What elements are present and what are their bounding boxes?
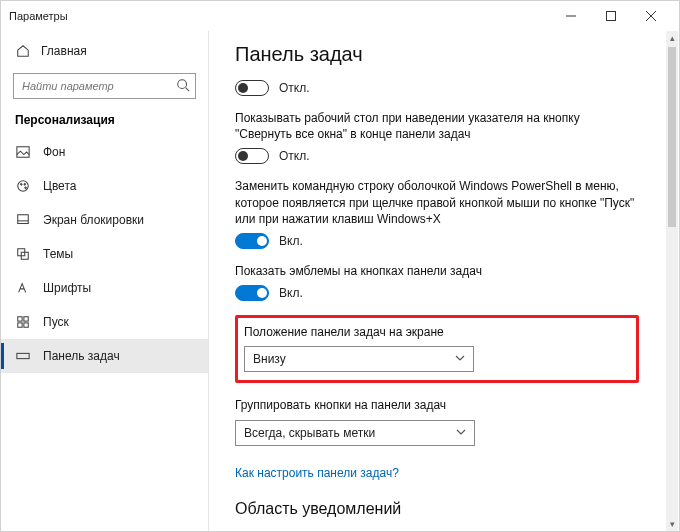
home-label: Главная xyxy=(41,44,87,58)
dropdown-group-buttons[interactable]: Всегда, скрывать метки xyxy=(235,420,475,446)
section-notification-area: Область уведомлений xyxy=(235,500,639,518)
start-icon xyxy=(15,314,31,330)
titlebar: Параметры xyxy=(1,1,679,31)
svg-rect-16 xyxy=(24,317,28,321)
setting-group-buttons: Группировать кнопки на панели задач Всег… xyxy=(235,397,639,445)
toggle-state: Откл. xyxy=(279,149,310,163)
svg-rect-18 xyxy=(24,323,28,327)
toggle-state: Вкл. xyxy=(279,234,303,248)
toggle-badges[interactable] xyxy=(235,285,269,301)
svg-rect-1 xyxy=(607,12,616,21)
toggle-peek-desktop[interactable] xyxy=(235,148,269,164)
home-button[interactable]: Главная xyxy=(1,37,208,65)
help-link-taskbar[interactable]: Как настроить панели задач? xyxy=(235,466,399,480)
sidebar-item-label: Фон xyxy=(43,145,65,159)
sidebar-item-lockscreen[interactable]: Экран блокировки xyxy=(1,203,208,237)
image-icon xyxy=(15,144,31,160)
close-button[interactable] xyxy=(631,1,671,31)
search-icon xyxy=(176,78,190,95)
highlight-taskbar-position: Положение панели задач на экране Внизу xyxy=(235,315,639,383)
themes-icon xyxy=(15,246,31,262)
scrollbar-down-arrow[interactable]: ▾ xyxy=(666,517,678,531)
chevron-down-icon xyxy=(455,352,465,366)
minimize-button[interactable] xyxy=(551,1,591,31)
dropdown-value: Всегда, скрывать метки xyxy=(244,426,375,440)
setting-unknown-prev: Откл. xyxy=(235,80,639,96)
toggle-prev[interactable] xyxy=(235,80,269,96)
home-icon xyxy=(15,43,31,59)
sidebar-item-taskbar[interactable]: Панель задач xyxy=(1,339,208,373)
settings-window: Параметры Главная xyxy=(0,0,680,532)
svg-rect-11 xyxy=(18,215,29,224)
sidebar-item-label: Панель задач xyxy=(43,349,120,363)
sidebar-item-colors[interactable]: Цвета xyxy=(1,169,208,203)
sidebar-item-label: Пуск xyxy=(43,315,69,329)
lockscreen-icon xyxy=(15,212,31,228)
svg-rect-17 xyxy=(18,323,22,327)
main-area: Главная Персонализация Фон Цвета xyxy=(1,31,679,531)
svg-point-10 xyxy=(25,187,27,189)
toggle-powershell[interactable] xyxy=(235,233,269,249)
sidebar-section-header: Персонализация xyxy=(1,113,208,127)
svg-point-7 xyxy=(18,181,29,192)
setting-label: Заменить командную строку оболочкой Wind… xyxy=(235,178,639,227)
setting-label: Показать эмблемы на кнопках панели задач xyxy=(235,263,639,279)
search-input[interactable] xyxy=(13,73,196,99)
sidebar-item-label: Экран блокировки xyxy=(43,213,144,227)
sidebar-item-fonts[interactable]: Шрифты xyxy=(1,271,208,305)
scrollbar-thumb[interactable] xyxy=(668,47,676,227)
setting-powershell: Заменить командную строку оболочкой Wind… xyxy=(235,178,639,249)
search-wrap xyxy=(13,73,196,99)
content-pane: Панель задач Откл. Показывать рабочий ст… xyxy=(209,31,679,531)
chevron-down-icon xyxy=(456,426,466,440)
setting-peek-desktop: Показывать рабочий стол при наведении ук… xyxy=(235,110,639,164)
sidebar: Главная Персонализация Фон Цвета xyxy=(1,31,209,531)
toggle-state: Откл. xyxy=(279,81,310,95)
vertical-scrollbar[interactable]: ▴ ▾ xyxy=(666,31,678,531)
content-scroll: Панель задач Откл. Показывать рабочий ст… xyxy=(209,31,679,531)
dropdown-taskbar-position[interactable]: Внизу xyxy=(244,346,474,372)
sidebar-nav: Фон Цвета Экран блокировки Темы Шрифты xyxy=(1,135,208,373)
taskbar-icon xyxy=(15,348,31,364)
sidebar-item-themes[interactable]: Темы xyxy=(1,237,208,271)
sidebar-item-label: Темы xyxy=(43,247,73,261)
palette-icon xyxy=(15,178,31,194)
sidebar-item-start[interactable]: Пуск xyxy=(1,305,208,339)
svg-rect-6 xyxy=(17,147,29,158)
sidebar-item-label: Шрифты xyxy=(43,281,91,295)
scrollbar-up-arrow[interactable]: ▴ xyxy=(666,31,678,45)
setting-label: Показывать рабочий стол при наведении ук… xyxy=(235,110,639,142)
svg-rect-19 xyxy=(17,353,29,358)
setting-badges: Показать эмблемы на кнопках панели задач… xyxy=(235,263,639,301)
sidebar-item-background[interactable]: Фон xyxy=(1,135,208,169)
svg-point-9 xyxy=(24,183,26,185)
setting-label: Положение панели задач на экране xyxy=(244,324,630,340)
svg-line-5 xyxy=(186,88,190,92)
svg-point-4 xyxy=(178,80,187,89)
window-title: Параметры xyxy=(9,10,68,22)
page-title: Панель задач xyxy=(235,43,639,66)
fonts-icon xyxy=(15,280,31,296)
svg-rect-15 xyxy=(18,317,22,321)
setting-label: Группировать кнопки на панели задач xyxy=(235,397,639,413)
toggle-state: Вкл. xyxy=(279,286,303,300)
dropdown-value: Внизу xyxy=(253,352,286,366)
svg-point-8 xyxy=(20,183,22,185)
maximize-button[interactable] xyxy=(591,1,631,31)
sidebar-item-label: Цвета xyxy=(43,179,76,193)
